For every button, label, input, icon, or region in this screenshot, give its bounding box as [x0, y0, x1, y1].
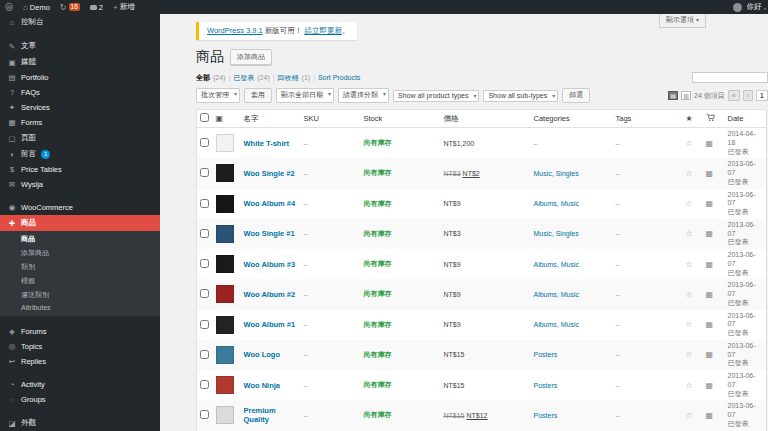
- sku-column-header[interactable]: SKU: [301, 110, 361, 128]
- screen-options-tab[interactable]: 顯示選項 ▾: [659, 14, 706, 28]
- sidebar-item-商品[interactable]: ✚商品: [0, 215, 160, 231]
- current-page-input[interactable]: [756, 90, 768, 101]
- comments-menu[interactable]: 2: [85, 0, 108, 14]
- sidebar-item-woocommerce[interactable]: ◉WooCommerce: [0, 200, 160, 215]
- filter-button[interactable]: 篩選: [562, 88, 590, 103]
- sidebar-item-topics[interactable]: ◎Topics: [0, 339, 160, 354]
- product-thumbnail[interactable]: [216, 195, 234, 213]
- product-thumbnail[interactable]: [216, 255, 234, 273]
- sidebar-item-文章[interactable]: ✎文章: [0, 38, 160, 54]
- sidebar-item-forms[interactable]: ▦Forms: [0, 115, 160, 130]
- product-name-link[interactable]: Woo Ninja: [244, 381, 281, 390]
- row-checkbox[interactable]: [200, 229, 209, 238]
- row-checkbox[interactable]: [200, 168, 209, 177]
- category-links[interactable]: Albums, Music: [534, 200, 580, 207]
- new-content-menu[interactable]: + 新增: [108, 0, 140, 14]
- stock-column-header[interactable]: Stock: [361, 110, 441, 128]
- product-thumbnail[interactable]: [216, 164, 234, 182]
- row-checkbox[interactable]: [200, 380, 209, 389]
- sidebar-item-portfolio[interactable]: ▤Portfolio: [0, 70, 160, 85]
- category-links[interactable]: Albums, Music: [534, 261, 580, 268]
- updates-menu[interactable]: ↻ 16: [55, 0, 85, 14]
- select-all-checkbox[interactable]: [200, 113, 209, 122]
- sidebar-item-forums[interactable]: ◈Forums: [0, 324, 160, 339]
- submenu-item-類別[interactable]: 類別: [0, 260, 160, 274]
- first-page-button[interactable]: «: [728, 90, 740, 101]
- product-thumbnail[interactable]: [216, 316, 234, 334]
- sidebar-item-頁面[interactable]: ▢頁面: [0, 130, 160, 146]
- sidebar-item-replies[interactable]: ↩Replies: [0, 354, 160, 369]
- wordpress-version-link[interactable]: WordPress 3.9.1: [207, 26, 263, 35]
- featured-star-icon[interactable]: ☆: [686, 320, 693, 329]
- sidebar-item-price-tables[interactable]: $Price Tables: [0, 162, 160, 177]
- sidebar-item-留言[interactable]: ◗留言1: [0, 146, 160, 162]
- bulk-actions-select[interactable]: 批次管理: [196, 88, 240, 103]
- product-type-select[interactable]: Show all product types: [393, 90, 479, 102]
- product-name-link[interactable]: Premium Quality: [244, 406, 276, 424]
- featured-star-icon[interactable]: ☆: [686, 260, 693, 269]
- view-link-2[interactable]: 已發表: [233, 73, 254, 83]
- product-name-link[interactable]: Woo Album #2: [244, 290, 296, 299]
- submenu-item-運送類別[interactable]: 運送類別: [0, 288, 160, 302]
- row-checkbox[interactable]: [200, 199, 209, 208]
- view-link-4[interactable]: Sort Products: [318, 74, 360, 81]
- prev-page-button[interactable]: ‹: [743, 90, 753, 101]
- category-links[interactable]: Music, Singles: [534, 230, 579, 237]
- product-name-link[interactable]: Woo Logo: [244, 350, 281, 359]
- list-view-icon[interactable]: ▤: [668, 91, 678, 100]
- featured-star-icon[interactable]: ☆: [686, 350, 693, 359]
- category-select[interactable]: 請選擇分類: [338, 88, 389, 103]
- view-link-1[interactable]: 全部: [196, 73, 210, 83]
- featured-star-icon[interactable]: ☆: [686, 169, 693, 178]
- product-name-link[interactable]: Woo Album #1: [244, 320, 296, 329]
- product-thumbnail[interactable]: [216, 134, 234, 152]
- site-menu[interactable]: ⌂ Demo: [18, 0, 55, 14]
- excerpt-view-icon[interactable]: ▥: [681, 91, 691, 100]
- featured-star-icon[interactable]: ☆: [686, 411, 693, 420]
- featured-star-icon[interactable]: ☆: [686, 139, 693, 148]
- product-thumbnail[interactable]: [216, 285, 234, 303]
- product-thumbnail[interactable]: [216, 376, 234, 394]
- sidebar-item-控制台[interactable]: ⌂控制台: [0, 14, 160, 30]
- sidebar-item-faqs[interactable]: ?FAQs: [0, 85, 160, 100]
- sidebar-item-groups[interactable]: ◌Groups: [0, 392, 160, 407]
- submenu-item-添加商品[interactable]: 添加商品: [0, 246, 160, 260]
- submenu-item-標籤[interactable]: 標籤: [0, 274, 160, 288]
- row-checkbox[interactable]: [200, 259, 209, 268]
- sidebar-item-外觀[interactable]: ◪外觀: [0, 415, 160, 431]
- row-checkbox[interactable]: [200, 320, 209, 329]
- tags-column-header[interactable]: Tags: [613, 110, 683, 128]
- name-column-header[interactable]: 名字: [241, 110, 301, 128]
- product-thumbnail[interactable]: [216, 225, 234, 243]
- featured-star-icon[interactable]: ☆: [686, 290, 693, 299]
- all-dates-select[interactable]: 顯示全部日期: [276, 88, 334, 103]
- featured-star-icon[interactable]: ☆: [686, 229, 693, 238]
- sub-type-select[interactable]: Show all sub-types: [483, 90, 558, 102]
- product-thumbnail[interactable]: [216, 346, 234, 364]
- add-product-button[interactable]: 添加商品: [230, 49, 272, 65]
- category-links[interactable]: Albums, Music: [534, 291, 580, 298]
- featured-column-header[interactable]: ★: [683, 110, 703, 128]
- product-name-link[interactable]: Woo Album #4: [244, 199, 296, 208]
- featured-star-icon[interactable]: ☆: [686, 199, 693, 208]
- apply-button[interactable]: 套用: [244, 88, 272, 103]
- sidebar-item-wysija[interactable]: ✉Wysija: [0, 177, 160, 192]
- update-now-link[interactable]: 請立即更新: [304, 26, 342, 35]
- submenu-item-商品[interactable]: 商品: [0, 232, 160, 246]
- category-links[interactable]: Posters: [534, 412, 558, 419]
- categories-column-header[interactable]: Categories: [531, 110, 613, 128]
- wordpress-logo[interactable]: Ⓦ: [0, 0, 18, 14]
- category-links[interactable]: Posters: [534, 382, 558, 389]
- sidebar-item-services[interactable]: ✦Services: [0, 100, 160, 115]
- row-checkbox[interactable]: [200, 350, 209, 359]
- product-name-link[interactable]: White T-shirt: [244, 139, 289, 148]
- submenu-item-Attributes[interactable]: Attributes: [0, 302, 160, 313]
- product-name-link[interactable]: Woo Album #3: [244, 260, 296, 269]
- price-column-header[interactable]: 價格: [441, 110, 531, 128]
- date-column-header[interactable]: Date: [725, 110, 767, 128]
- my-account-menu[interactable]: 你好，: [728, 0, 768, 14]
- product-name-link[interactable]: Woo Single #2: [244, 169, 295, 178]
- featured-star-icon[interactable]: ☆: [686, 381, 693, 390]
- category-links[interactable]: Albums, Music: [534, 321, 580, 328]
- category-links[interactable]: Posters: [534, 351, 558, 358]
